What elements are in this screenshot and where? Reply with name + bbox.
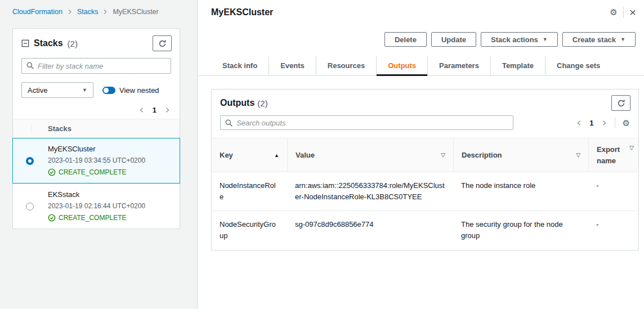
view-nested-label: View nested [119,86,159,95]
previous-page-icon[interactable] [138,107,145,113]
outputs-header: Outputs (2) [212,89,638,115]
outputs-search [220,115,513,130]
breadcrumb-current: MyEKSCluster [113,8,158,16]
column-header-export-name[interactable]: Export name ▽ [588,138,638,172]
output-export-name: - [588,172,638,211]
page-title: MyEKSCluster [211,7,273,17]
tab-parameters[interactable]: Parameters [427,56,490,75]
view-nested-toggle[interactable] [102,87,115,94]
collapse-panel-icon[interactable] [21,39,29,47]
outputs-table-header: Key ▲ Value ▽ Description ▽ Export name … [212,138,638,172]
preferences-gear-icon[interactable]: ⚙ [623,119,630,127]
previous-page-icon[interactable] [576,120,582,126]
stack-controls: Active ▼ View nested [21,82,171,98]
stack-row-eksstack[interactable]: EKSstack 2023-01-19 02:16:44 UTC+0200 CR… [13,183,180,229]
stacks-panel: Stacks (2) Active ▼ View nested [12,28,180,229]
refresh-stacks-button[interactable] [153,35,172,51]
tab-outputs[interactable]: Outputs [376,56,427,75]
chevron-down-icon: ▼ [82,87,87,93]
radio-selected-icon[interactable] [26,157,34,165]
stack-timestamp: 2023-01-19 02:16:44 UTC+0200 [48,202,172,210]
sort-ascending-icon[interactable]: ▲ [274,153,279,158]
filter-icon[interactable]: ▽ [576,152,580,158]
outputs-search-input[interactable] [220,115,513,130]
column-header-key[interactable]: Key ▲ [212,138,287,172]
stacks-panel-header: Stacks (2) [13,29,180,57]
chevron-down-icon: ▼ [543,37,548,42]
close-icon[interactable]: × [629,6,636,18]
stack-name[interactable]: EKSstack [48,190,172,199]
search-icon [26,61,34,70]
refresh-icon [158,39,167,48]
search-icon [225,119,233,127]
outputs-panel: Outputs (2) 1 ⚙ [211,89,639,250]
sidebar-region: CloudFormation Stacks MyEKSCluster Stack… [0,0,198,309]
output-value: sg-097c8d9c68856e774 [287,211,453,249]
stacks-count: (2) [68,39,78,48]
breadcrumb-cloudformation[interactable]: CloudFormation [12,8,62,16]
outputs-count: (2) [257,98,267,108]
column-header-description[interactable]: Description ▽ [453,138,588,172]
main-header: MyEKSCluster ⚙ × [198,0,644,18]
refresh-outputs-button[interactable] [611,95,630,111]
cloudformation-console: CloudFormation Stacks MyEKSCluster Stack… [0,0,644,309]
tab-resources[interactable]: Resources [316,56,376,75]
output-description: The security group for the node group [453,211,588,249]
breadcrumb: CloudFormation Stacks MyEKSCluster [0,0,197,16]
output-export-name: - [588,211,638,249]
stack-row-myekscluster[interactable]: MyEKSCluster 2023-01-19 03:34:55 UTC+020… [12,138,180,183]
tab-change-sets[interactable]: Change sets [545,56,611,75]
output-value: arn:aws:iam::225056333784:role/MyEKSClus… [287,172,453,211]
chevron-down-icon: ▼ [620,37,625,42]
radio-unselected-icon[interactable] [26,203,34,211]
chevron-right-icon [102,9,108,15]
output-key: NodeInstanceRole [212,172,287,211]
stack-filter [21,58,171,74]
next-page-icon[interactable] [164,107,171,113]
stack-status: CREATE_COMPLETE [48,168,172,176]
check-circle-icon [48,214,56,222]
breadcrumb-stacks[interactable]: Stacks [77,8,99,16]
filter-icon[interactable]: ▽ [629,144,634,152]
divider [615,118,615,128]
outputs-title: Outputs [220,98,254,108]
stack-status: CREATE_COMPLETE [48,214,172,222]
table-row[interactable]: NodeSecurityGroup sg-097c8d9c68856e774 T… [212,211,638,249]
column-header-value[interactable]: Value ▽ [287,138,453,172]
divider [623,7,624,18]
update-button[interactable]: Update [431,32,476,47]
stacks-panel-title: Stacks [34,38,63,48]
stack-name[interactable]: MyEKSCluster [48,145,172,153]
outputs-table: Key ▲ Value ▽ Description ▽ Export name … [212,138,638,250]
tab-stack-info[interactable]: Stack info [211,56,269,75]
table-row[interactable]: NodeInstanceRole arn:aws:iam::2250563337… [212,172,638,211]
stack-detail-tabs: Stack info Events Resources Outputs Para… [198,56,644,76]
refresh-icon [617,99,625,108]
page-number[interactable]: 1 [589,119,593,127]
page-number[interactable]: 1 [153,106,156,114]
main-region: MyEKSCluster ⚙ × Delete Update Stack act… [198,0,644,309]
stack-actions-row: Delete Update Stack actions▼ Create stac… [198,18,644,47]
stack-timestamp: 2023-01-19 03:34:55 UTC+0200 [48,156,172,164]
delete-button[interactable]: Delete [384,32,427,47]
tab-template[interactable]: Template [490,56,545,75]
stack-status-select[interactable]: Active ▼ [21,82,93,98]
tab-events[interactable]: Events [269,56,316,75]
filter-icon[interactable]: ▽ [441,152,445,158]
settings-gear-icon[interactable]: ⚙ [610,8,617,16]
view-nested-toggle-wrap[interactable]: View nested [102,86,159,95]
output-key: NodeSecurityGroup [212,211,287,249]
outputs-toolbar: 1 ⚙ [212,115,638,138]
chevron-right-icon [67,9,73,15]
stack-filter-input[interactable] [21,58,171,74]
stacks-pagination: 1 [22,106,171,114]
stacks-list-header: Stacks [13,119,180,138]
create-stack-button[interactable]: Create stack▼ [562,32,636,47]
next-page-icon[interactable] [601,120,607,126]
output-description: The node instance role [453,172,588,211]
check-circle-icon [48,168,56,176]
stack-status-value: Active [28,86,47,95]
stack-actions-button[interactable]: Stack actions▼ [481,32,558,47]
